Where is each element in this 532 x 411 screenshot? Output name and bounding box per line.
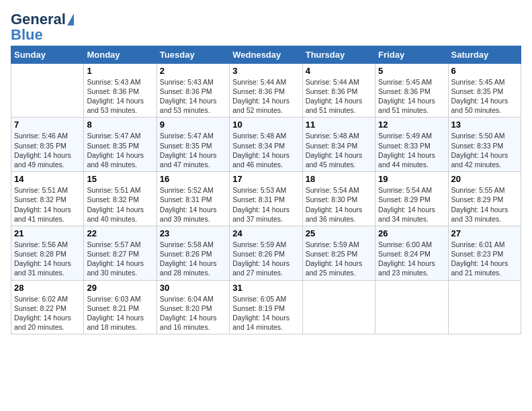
day-number: 22 — [87, 228, 153, 238]
calendar-cell: 1Sunrise: 5:43 AM Sunset: 8:36 PM Daylig… — [84, 63, 157, 118]
cell-content: Sunrise: 5:48 AM Sunset: 8:34 PM Dayligh… — [232, 131, 299, 169]
calendar-cell: 9Sunrise: 5:47 AM Sunset: 8:35 PM Daylig… — [157, 118, 229, 172]
day-number: 24 — [232, 228, 299, 238]
day-number: 25 — [306, 228, 372, 238]
cell-content: Sunrise: 5:54 AM Sunset: 8:29 PM Dayligh… — [378, 185, 445, 224]
calendar-cell — [375, 280, 448, 334]
calendar-body: 1Sunrise: 5:43 AM Sunset: 8:36 PM Daylig… — [11, 63, 521, 334]
day-number: 2 — [160, 66, 226, 76]
day-number: 17 — [232, 174, 299, 184]
calendar-cell: 28Sunrise: 6:02 AM Sunset: 8:22 PM Dayli… — [11, 280, 84, 334]
calendar-cell: 30Sunrise: 6:04 AM Sunset: 8:20 PM Dayli… — [157, 280, 229, 334]
day-number: 16 — [160, 174, 226, 184]
day-number: 19 — [378, 174, 445, 184]
day-number: 10 — [232, 120, 299, 130]
cell-content: Sunrise: 5:52 AM Sunset: 8:31 PM Dayligh… — [160, 185, 226, 224]
day-number: 15 — [87, 174, 153, 184]
calendar-cell: 26Sunrise: 6:00 AM Sunset: 8:24 PM Dayli… — [375, 226, 448, 280]
calendar-cell: 7Sunrise: 5:46 AM Sunset: 8:35 PM Daylig… — [11, 118, 84, 172]
calendar-cell: 11Sunrise: 5:48 AM Sunset: 8:34 PM Dayli… — [302, 118, 375, 172]
weekday-header-tuesday: Tuesday — [157, 46, 229, 63]
calendar-cell: 31Sunrise: 6:05 AM Sunset: 8:19 PM Dayli… — [230, 280, 302, 334]
day-number: 11 — [306, 120, 372, 130]
calendar-week-4: 21Sunrise: 5:56 AM Sunset: 8:28 PM Dayli… — [11, 226, 521, 280]
cell-content: Sunrise: 5:53 AM Sunset: 8:31 PM Dayligh… — [232, 185, 299, 224]
day-number: 18 — [306, 174, 372, 184]
calendar-cell: 24Sunrise: 5:59 AM Sunset: 8:26 PM Dayli… — [230, 226, 302, 280]
calendar-cell — [448, 280, 521, 334]
calendar-cell: 20Sunrise: 5:55 AM Sunset: 8:29 PM Dayli… — [448, 172, 521, 226]
calendar-cell: 16Sunrise: 5:52 AM Sunset: 8:31 PM Dayli… — [157, 172, 229, 226]
calendar-cell: 17Sunrise: 5:53 AM Sunset: 8:31 PM Dayli… — [230, 172, 302, 226]
calendar-cell: 25Sunrise: 5:59 AM Sunset: 8:25 PM Dayli… — [302, 226, 375, 280]
day-number: 13 — [451, 120, 518, 130]
logo-triangle-icon — [67, 13, 74, 26]
calendar-cell: 4Sunrise: 5:44 AM Sunset: 8:36 PM Daylig… — [302, 63, 375, 118]
calendar-cell: 18Sunrise: 5:54 AM Sunset: 8:30 PM Dayli… — [302, 172, 375, 226]
cell-content: Sunrise: 5:43 AM Sunset: 8:36 PM Dayligh… — [160, 77, 226, 116]
day-number: 12 — [378, 120, 445, 130]
day-number: 8 — [87, 120, 153, 130]
cell-content: Sunrise: 6:02 AM Sunset: 8:22 PM Dayligh… — [14, 294, 81, 332]
cell-content: Sunrise: 6:05 AM Sunset: 8:19 PM Dayligh… — [232, 294, 299, 332]
cell-content: Sunrise: 5:59 AM Sunset: 8:25 PM Dayligh… — [306, 240, 372, 278]
day-number: 9 — [160, 120, 226, 130]
calendar-cell: 27Sunrise: 6:01 AM Sunset: 8:23 PM Dayli… — [448, 226, 521, 280]
cell-content: Sunrise: 5:48 AM Sunset: 8:34 PM Dayligh… — [306, 131, 372, 169]
day-number: 4 — [306, 66, 372, 76]
calendar-cell: 3Sunrise: 5:44 AM Sunset: 8:36 PM Daylig… — [230, 63, 302, 118]
logo: General Blue — [11, 11, 74, 42]
calendar-cell: 6Sunrise: 5:45 AM Sunset: 8:35 PM Daylig… — [448, 63, 521, 118]
calendar-cell: 22Sunrise: 5:57 AM Sunset: 8:27 PM Dayli… — [84, 226, 157, 280]
day-number: 14 — [14, 174, 81, 184]
weekday-header-sunday: Sunday — [11, 46, 84, 63]
cell-content: Sunrise: 5:57 AM Sunset: 8:27 PM Dayligh… — [87, 240, 153, 278]
calendar-week-3: 14Sunrise: 5:51 AM Sunset: 8:32 PM Dayli… — [11, 172, 521, 226]
cell-content: Sunrise: 5:54 AM Sunset: 8:30 PM Dayligh… — [306, 185, 372, 224]
weekday-header-saturday: Saturday — [448, 46, 521, 63]
weekday-header-monday: Monday — [84, 46, 157, 63]
cell-content: Sunrise: 5:55 AM Sunset: 8:29 PM Dayligh… — [451, 185, 518, 224]
day-number: 29 — [87, 283, 153, 293]
cell-content: Sunrise: 5:51 AM Sunset: 8:32 PM Dayligh… — [87, 185, 153, 224]
calendar-cell: 15Sunrise: 5:51 AM Sunset: 8:32 PM Dayli… — [84, 172, 157, 226]
day-number: 26 — [378, 228, 445, 238]
calendar-cell: 23Sunrise: 5:58 AM Sunset: 8:26 PM Dayli… — [157, 226, 229, 280]
day-number: 5 — [378, 66, 445, 76]
cell-content: Sunrise: 5:47 AM Sunset: 8:35 PM Dayligh… — [160, 131, 226, 169]
logo-text-blue: Blue — [11, 28, 43, 42]
day-number: 30 — [160, 283, 226, 293]
cell-content: Sunrise: 5:59 AM Sunset: 8:26 PM Dayligh… — [232, 240, 299, 278]
day-number: 7 — [14, 120, 81, 130]
cell-content: Sunrise: 5:44 AM Sunset: 8:36 PM Dayligh… — [306, 77, 372, 116]
day-number: 6 — [451, 66, 518, 76]
cell-content: Sunrise: 5:51 AM Sunset: 8:32 PM Dayligh… — [14, 185, 81, 224]
cell-content: Sunrise: 6:04 AM Sunset: 8:20 PM Dayligh… — [160, 294, 226, 332]
calendar-table: SundayMondayTuesdayWednesdayThursdayFrid… — [11, 46, 521, 334]
calendar-cell: 8Sunrise: 5:47 AM Sunset: 8:35 PM Daylig… — [84, 118, 157, 172]
page-header: General Blue — [11, 11, 521, 42]
calendar-cell — [302, 280, 375, 334]
day-number: 31 — [232, 283, 299, 293]
cell-content: Sunrise: 5:56 AM Sunset: 8:28 PM Dayligh… — [14, 240, 81, 278]
calendar-cell — [11, 63, 84, 118]
day-number: 28 — [14, 283, 81, 293]
calendar-cell: 14Sunrise: 5:51 AM Sunset: 8:32 PM Dayli… — [11, 172, 84, 226]
day-number: 3 — [232, 66, 299, 76]
day-number: 27 — [451, 228, 518, 238]
calendar-header-row: SundayMondayTuesdayWednesdayThursdayFrid… — [11, 46, 521, 63]
cell-content: Sunrise: 5:43 AM Sunset: 8:36 PM Dayligh… — [87, 77, 153, 116]
cell-content: Sunrise: 6:00 AM Sunset: 8:24 PM Dayligh… — [378, 240, 445, 278]
cell-content: Sunrise: 5:44 AM Sunset: 8:36 PM Dayligh… — [232, 77, 299, 116]
calendar-cell: 19Sunrise: 5:54 AM Sunset: 8:29 PM Dayli… — [375, 172, 448, 226]
cell-content: Sunrise: 6:03 AM Sunset: 8:21 PM Dayligh… — [87, 294, 153, 332]
calendar-cell: 10Sunrise: 5:48 AM Sunset: 8:34 PM Dayli… — [230, 118, 302, 172]
calendar-cell: 29Sunrise: 6:03 AM Sunset: 8:21 PM Dayli… — [84, 280, 157, 334]
cell-content: Sunrise: 5:46 AM Sunset: 8:35 PM Dayligh… — [14, 131, 81, 169]
day-number: 21 — [14, 228, 81, 238]
weekday-header-thursday: Thursday — [302, 46, 375, 63]
cell-content: Sunrise: 5:45 AM Sunset: 8:36 PM Dayligh… — [378, 77, 445, 116]
calendar-cell: 21Sunrise: 5:56 AM Sunset: 8:28 PM Dayli… — [11, 226, 84, 280]
cell-content: Sunrise: 5:50 AM Sunset: 8:33 PM Dayligh… — [451, 131, 518, 169]
calendar-cell: 12Sunrise: 5:49 AM Sunset: 8:33 PM Dayli… — [375, 118, 448, 172]
